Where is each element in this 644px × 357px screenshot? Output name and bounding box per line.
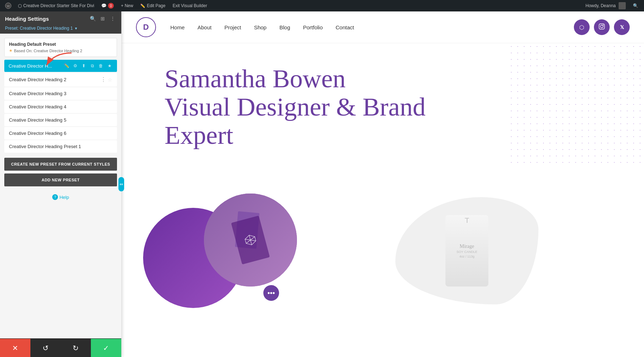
nav-shop[interactable]: Shop	[254, 24, 267, 30]
main-layout: Heading Settings 🔍 ⊞ ⋮ Preset: Creative …	[0, 11, 644, 357]
preset-item-2[interactable]: Creative Director Heading 4	[4, 101, 117, 113]
wp-logo[interactable]: W	[3, 0, 14, 11]
instagram-icon	[599, 23, 605, 31]
howdy-label[interactable]: Howdy, Deanna	[583, 0, 629, 11]
comment-icon: 💬	[101, 3, 107, 8]
panel-header-icons: 🔍 ⊞ ⋮	[89, 15, 116, 22]
help-icon: ?	[52, 194, 58, 200]
active-preset-label: Creative Director H...	[9, 63, 63, 69]
user-greeting: Howdy, Deanna	[586, 3, 616, 8]
new-label: + New	[121, 3, 133, 8]
hero-line2: Visual Designer & Brand	[165, 93, 426, 121]
exit-builder-link[interactable]: Exit Visual Builder	[170, 0, 210, 11]
add-preset-button[interactable]: ADD NEW PRESET	[4, 173, 117, 186]
site-name: Creative Director Starter Site For Divi	[23, 3, 94, 8]
based-on-label: Based On: Creative Director Heading 2	[14, 49, 82, 53]
preset-item-label-0: Creative Director Heading 2	[9, 77, 101, 82]
preset-item-1[interactable]: Creative Director Heading 3	[4, 87, 117, 100]
nav-project[interactable]: Project	[224, 24, 241, 30]
preset-item-5[interactable]: Creative Director Heading Preset 1	[4, 140, 117, 153]
more-options-icon[interactable]: ⋮	[109, 15, 116, 22]
svg-text:W: W	[7, 4, 10, 8]
social-twitter-btn[interactable]: 𝕏	[614, 19, 630, 35]
site-social: ⬡ 𝕏	[574, 19, 630, 35]
preset-subtitle[interactable]: Preset: Creative Director Heading 1 ▼	[0, 26, 121, 34]
dot-pattern	[508, 43, 644, 165]
more-options-icon-0[interactable]: ⋮	[101, 76, 106, 83]
default-preset-label: Heading Default Preset	[9, 42, 112, 47]
avatar	[619, 2, 626, 9]
svg-point-5	[603, 25, 604, 25]
portfolio-left: •••	[143, 194, 297, 308]
edit-page-link[interactable]: ✏️ Edit Page	[137, 0, 168, 11]
panel-resize-handle[interactable]: ⇔	[118, 177, 124, 191]
save-button[interactable]: ✓	[91, 339, 121, 357]
search-admin-link[interactable]: 🔍	[630, 0, 641, 11]
close-button[interactable]: ✕	[0, 339, 30, 357]
redo-button[interactable]: ↻	[61, 339, 91, 357]
search-panel-icon[interactable]: 🔍	[89, 15, 96, 22]
blob-shape: Mirage SOY CANDLE 4oz / 113g	[395, 197, 538, 304]
star-preset-icon[interactable]: ★	[106, 63, 113, 69]
nav-home[interactable]: Home	[170, 24, 185, 30]
search-icon: 🔍	[633, 3, 638, 8]
preset-item-label-5: Creative Director Heading Preset 1	[9, 144, 112, 149]
nav-portfolio[interactable]: Portfolio	[303, 24, 323, 30]
star-item-icon-0[interactable]: ☆	[108, 77, 112, 83]
svg-point-4	[600, 25, 603, 28]
site-name-link[interactable]: ⬡ Creative Director Starter Site For Div…	[15, 0, 97, 11]
nav-contact[interactable]: Contact	[336, 24, 354, 30]
bottom-toolbar: ✕ ↺ ↻ ✓	[0, 338, 121, 357]
portfolio-section: ••• Mirage SOY CANDLE 4oz / 113g	[122, 194, 644, 322]
divi-icon: ⬡	[18, 3, 22, 9]
edit-preset-icon[interactable]: ✏️	[63, 63, 70, 69]
preset-subtitle-label: Preset: Creative Director Heading 1	[5, 26, 73, 31]
panel-body: Heading Default Preset ★ Based On: Creat…	[0, 34, 121, 338]
help-label: Help	[59, 195, 69, 200]
preset-item-4[interactable]: Creative Director Heading 6	[4, 127, 117, 140]
hero-line3: Expert	[165, 121, 233, 150]
social-instagram-btn[interactable]	[594, 19, 610, 35]
new-content-link[interactable]: + New	[118, 0, 136, 11]
upload-preset-icon[interactable]: ⬆	[80, 63, 87, 69]
active-preset-item[interactable]: Creative Director H... ✏️ ⚙ ⬆ ⧉ 🗑 ★	[4, 60, 117, 72]
panel-title: Heading Settings	[5, 16, 49, 22]
based-on-text: ★ Based On: Creative Director Heading 2	[9, 48, 112, 53]
panel-help: ? Help	[0, 191, 121, 206]
undo-button[interactable]: ↺	[30, 339, 61, 357]
site-header: D Home About Project Shop Blog Portfolio…	[122, 11, 644, 43]
twitter-x-icon: 𝕏	[620, 24, 624, 30]
comments-link[interactable]: 💬 0	[98, 0, 117, 11]
preset-item-actions: ✏️ ⚙ ⬆ ⧉ 🗑 ★	[63, 63, 113, 69]
logo-letter: D	[143, 23, 149, 32]
exit-builder-label: Exit Visual Builder	[172, 3, 207, 8]
default-preset-section: Heading Default Preset ★ Based On: Creat…	[4, 38, 117, 57]
social-dribbble-btn[interactable]: ⬡	[574, 19, 590, 35]
website-content: D Home About Project Shop Blog Portfolio…	[122, 11, 644, 357]
star-icon: ★	[9, 48, 13, 53]
site-logo[interactable]: D	[136, 17, 156, 37]
preset-item-3[interactable]: Creative Director Heading 5	[4, 114, 117, 126]
delete-preset-icon[interactable]: 🗑	[98, 63, 104, 69]
nav-blog[interactable]: Blog	[279, 24, 290, 30]
admin-bar: W ⬡ Creative Director Starter Site For D…	[0, 0, 644, 11]
hero-text: Samantha Bowen Visual Designer & Brand E…	[165, 65, 451, 150]
preset-item-label-4: Creative Director Heading 6	[9, 131, 112, 136]
create-preset-button[interactable]: CREATE NEW PRESET FROM CURRENT STYLES	[4, 158, 117, 171]
preset-item-label-1: Creative Director Heading 3	[9, 91, 112, 96]
hero-section: Samantha Bowen Visual Designer & Brand E…	[122, 43, 644, 194]
preset-item-0[interactable]: Creative Director Heading 2 ⋮ ☆	[4, 73, 117, 87]
chevron-down-icon: ▼	[74, 26, 78, 30]
panel-buttons: CREATE NEW PRESET FROM CURRENT STYLES AD…	[0, 153, 121, 191]
fab-button[interactable]: •••	[263, 285, 279, 301]
help-link[interactable]: ? Help	[4, 194, 117, 200]
copy-preset-icon[interactable]: ⧉	[89, 63, 96, 69]
nav-about[interactable]: About	[197, 24, 211, 30]
svg-rect-3	[599, 24, 605, 29]
preset-item-label-2: Creative Director Heading 4	[9, 104, 112, 109]
settings-preset-icon[interactable]: ⚙	[72, 63, 78, 69]
more-icon: •••	[267, 289, 275, 297]
candle-label: Mirage SOY CANDLE 4oz / 113g	[457, 243, 477, 259]
grid-icon[interactable]: ⊞	[99, 15, 106, 22]
comment-count: 0	[108, 3, 114, 9]
